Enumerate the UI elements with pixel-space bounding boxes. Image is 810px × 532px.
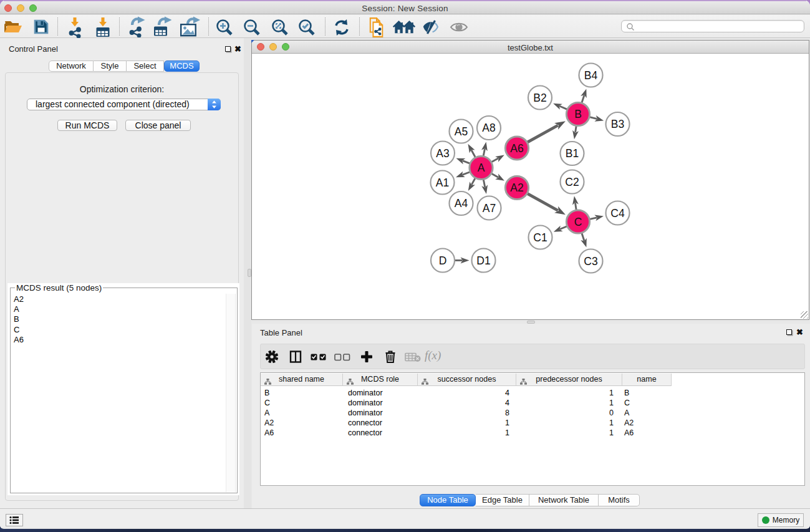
svg-text:B4: B4: [584, 69, 598, 82]
svg-text:C4: C4: [610, 207, 625, 220]
svg-text:B: B: [574, 108, 582, 120]
svg-text:C2: C2: [565, 176, 579, 188]
svg-text:B1: B1: [566, 147, 579, 160]
svg-text:D1: D1: [476, 254, 490, 267]
svg-text:C: C: [574, 216, 582, 228]
svg-text:B2: B2: [533, 92, 546, 104]
svg-text:C1: C1: [533, 231, 547, 244]
svg-text:A: A: [478, 162, 485, 174]
svg-text:A7: A7: [483, 202, 496, 215]
svg-text:A8: A8: [482, 122, 495, 134]
svg-text:C3: C3: [584, 255, 597, 268]
svg-text:D: D: [439, 254, 447, 267]
svg-text:B3: B3: [611, 118, 624, 130]
svg-text:A3: A3: [436, 147, 449, 160]
svg-text:A4: A4: [455, 197, 468, 210]
svg-text:A1: A1: [436, 177, 449, 189]
svg-text:A2: A2: [510, 181, 523, 194]
svg-text:A5: A5: [455, 125, 468, 138]
svg-text:A6: A6: [510, 142, 523, 155]
